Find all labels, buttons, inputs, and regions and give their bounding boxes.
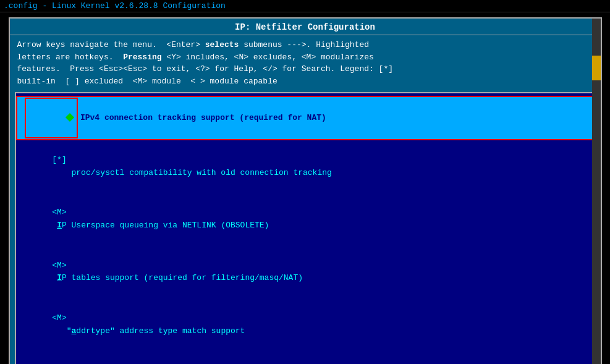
menu-item-3-prefix: <M> bbox=[52, 261, 66, 270]
scrollbar[interactable] bbox=[592, 19, 601, 364]
help-line-4: built-in [ ] excluded <M> module < > mod… bbox=[17, 75, 593, 88]
menu-item-3[interactable]: <M> IP tables support (required for filt… bbox=[16, 246, 595, 298]
menu-item-4-prefix: <M> bbox=[52, 313, 66, 323]
menu-item-1-label: proc/sysctl compatibility with old conne… bbox=[52, 168, 331, 177]
main-container: IP: Netfilter Configuration Arrow keys n… bbox=[9, 17, 602, 364]
help-text: Arrow keys navigate the menu. <Enter> se… bbox=[10, 35, 601, 92]
help-line-2: letters are hotkeys. Pressing <Y> includ… bbox=[17, 51, 593, 64]
menu-item-4-label: "addrtype" address type match support bbox=[52, 326, 245, 336]
help-line-1: Arrow keys navigate the menu. <Enter> se… bbox=[17, 39, 593, 51]
title-bar: .config - Linux Kernel v2.6.28.8 Configu… bbox=[0, 0, 610, 12]
menu-item-2[interactable]: <M> IP Userspace queueing via NETLINK (O… bbox=[16, 193, 595, 246]
menu-item-0-label: IPv4 connection tracking support (requir… bbox=[80, 112, 326, 125]
menu-item-2-label: IP Userspace queueing via NETLINK (OBSOL… bbox=[52, 221, 269, 230]
menu-box: IPv4 connection tracking support (requir… bbox=[15, 92, 596, 364]
menu-item-0[interactable]: IPv4 connection tracking support (requir… bbox=[16, 96, 595, 140]
scrollbar-thumb[interactable] bbox=[592, 56, 601, 80]
title-text: .config - Linux Kernel v2.6.28.8 Configu… bbox=[4, 1, 226, 11]
selected-marker bbox=[25, 98, 78, 138]
menu-item-2-prefix: <M> bbox=[52, 208, 66, 217]
dialog-title: IP: Netfilter Configuration bbox=[10, 19, 601, 35]
menu-item-1[interactable]: [*] proc/sysctl compatibility with old c… bbox=[16, 140, 595, 193]
menu-item-3-label: IP tables support (required for filterin… bbox=[52, 273, 303, 282]
menu-item-1-prefix: [*] bbox=[52, 155, 66, 164]
menu-item-4[interactable]: <M> "addrtype" address type match suppor… bbox=[16, 298, 595, 351]
help-line-3: features. Press <Esc><Esc> to exit, <?> … bbox=[17, 63, 593, 75]
menu-item-5[interactable]: <M> "ah" match support bbox=[16, 351, 595, 364]
